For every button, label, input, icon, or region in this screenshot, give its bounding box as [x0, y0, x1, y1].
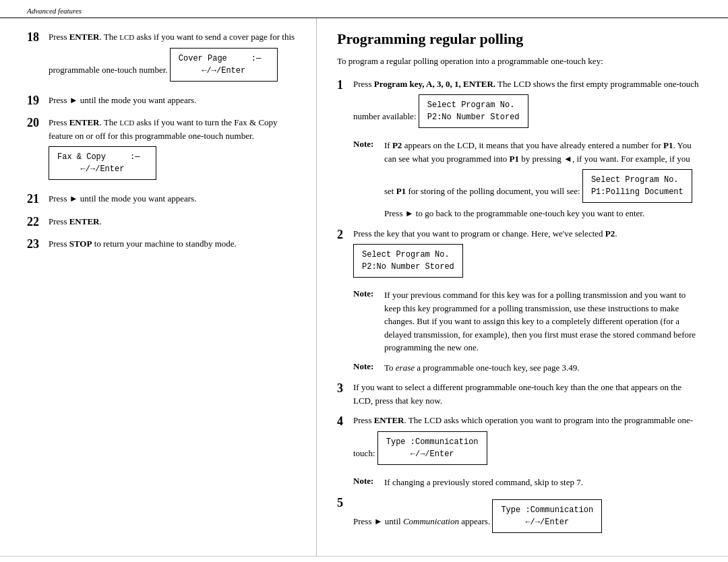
step-21-num: 21	[27, 192, 49, 207]
step-19: 19 Press ► until the mode you want appea…	[27, 94, 296, 108]
right-step-4: 4 Press ENTER. The LCD asks which operat…	[337, 414, 701, 469]
right-step-5-content: Press ► until Communication appears. Typ…	[353, 495, 701, 537]
note-1-text: If P2 appears on the LCD, it means that …	[384, 139, 701, 220]
right-step-2: 2 Press the key that you want to program…	[337, 227, 701, 282]
right-note-1: Note: If P2 appears on the LCD, it means…	[353, 139, 701, 220]
lcd-display-18: Cover Page :— ←/→/Enter	[170, 48, 278, 82]
lcd-r4-line1: Type :Communication	[386, 437, 479, 447]
lcd-r1a-line1: Select Program No.	[427, 100, 515, 110]
lcd-r1b-line2: P1:Polling Document	[591, 187, 684, 197]
step-21-text: Press ► until the mode you want appears.	[49, 192, 296, 206]
lcd-r2-line1: Select Program No.	[362, 250, 450, 259]
step-23-num: 23	[27, 237, 49, 252]
note-2-text: If your previous command for this key wa…	[384, 288, 701, 354]
lcd-display-r2: Select Program No. P2:No Number Stored	[353, 244, 463, 278]
program-key-1: Program key, A, 3, 0, 1, ENTER.	[374, 79, 495, 89]
right-step-2-num: 2	[337, 227, 353, 243]
note-4-label: Note:	[353, 476, 384, 487]
lcd-r1a-line2: P2:No Number Stored	[427, 113, 520, 122]
step-19-num: 19	[27, 94, 49, 108]
right-step-3: 3 If you want to select a different prog…	[337, 381, 701, 407]
step-21: 21 Press ► until the mode you want appea…	[27, 192, 296, 207]
note-erase-text: To erase a programmable one-touch key, s…	[384, 361, 701, 375]
right-step-5: 5 Press ► until Communication appears. T…	[337, 495, 701, 537]
header-label: Advanced features	[27, 7, 82, 15]
right-step-3-num: 3	[337, 381, 353, 396]
step-22-num: 22	[27, 215, 49, 230]
note-4-text: If changing a previously stored command,…	[384, 476, 701, 489]
step-22: 22 Press ENTER.	[27, 215, 296, 230]
enter-key-22: ENTER	[69, 216, 100, 226]
footer-bar: 3.40	[0, 556, 728, 562]
lcd-display-r1a: Select Program No. P2:No Number Stored	[419, 94, 528, 128]
lcd-line2-18: ←/→/Enter	[179, 65, 269, 77]
header-bar: Advanced features	[0, 0, 728, 18]
note-1-label: Note:	[353, 139, 384, 150]
lcd-abbr-r1: LCD	[514, 79, 531, 89]
right-step-1-num: 1	[337, 77, 353, 93]
right-column: Programming regular polling To program a…	[317, 18, 728, 556]
p2-ref: P2	[605, 228, 615, 239]
step-19-text: Press ► until the mode you want appears.	[49, 94, 296, 107]
lcd-r5-line1: Type :Communication	[501, 505, 593, 515]
lcd-line1-20: Fax & Copy :—	[57, 152, 140, 162]
lcd-display-r1b: Select Program No. P1:Polling Document	[582, 169, 692, 203]
step-18: 18 Press ENTER. The LCD asks if you want…	[27, 30, 296, 86]
stop-key-23: STOP	[69, 239, 92, 249]
lcd-abbr-20: LCD	[119, 119, 134, 127]
enter-key-18: ENTER	[69, 32, 100, 42]
step-20-num: 20	[27, 116, 49, 131]
right-step-5-num: 5	[337, 495, 353, 511]
lcd-r2-line2: P2:No Number Stored	[362, 262, 454, 272]
step-20-text: Press ENTER. The LCD asks if you want to…	[49, 116, 296, 184]
right-note-erase: Note: To erase a programmable one-touch …	[353, 361, 701, 375]
lcd-r1b-line1: Select Program No.	[591, 175, 679, 185]
step-23: 23 Press STOP to return your machine to …	[27, 237, 296, 252]
right-step-2-content: Press the key that you want to program o…	[353, 227, 701, 282]
left-column: 18 Press ENTER. The LCD asks if you want…	[0, 18, 317, 556]
section-title: Programming regular polling	[337, 30, 701, 48]
right-step-1-content: Press Program key, A, 3, 0, 1, ENTER. Th…	[353, 77, 701, 133]
content-area: 18 Press ENTER. The LCD asks if you want…	[0, 18, 728, 556]
step-20: 20 Press ENTER. The LCD asks if you want…	[27, 116, 296, 184]
step-22-text: Press ENTER.	[49, 215, 296, 228]
note-erase-label: Note:	[353, 361, 384, 372]
enter-key-20: ENTER	[69, 117, 100, 127]
enter-key-r4: ENTER	[374, 415, 404, 425]
lcd-r4-line2: ←/→/Enter	[386, 448, 479, 460]
step-18-text: Press ENTER. The LCD asks if you want to…	[49, 30, 296, 86]
note-2-label: Note:	[353, 288, 384, 299]
right-step-1: 1 Press Program key, A, 3, 0, 1, ENTER. …	[337, 77, 701, 133]
step-18-num: 18	[27, 30, 49, 45]
right-note-2: Note: If your previous command for this …	[353, 288, 701, 354]
lcd-line1-18: Cover Page :—	[179, 54, 261, 63]
right-step-3-content: If you want to select a different progra…	[353, 381, 701, 407]
right-step-4-content: Press ENTER. The LCD asks which operatio…	[353, 414, 701, 469]
right-step-4-num: 4	[337, 414, 353, 429]
lcd-display-r5: Type :Communication ←/→/Enter	[492, 499, 602, 533]
right-note-4: Note: If changing a previously stored co…	[353, 476, 701, 489]
lcd-display-r4: Type :Communication ←/→/Enter	[377, 431, 487, 465]
lcd-line2-20: ←/→/Enter	[57, 163, 148, 175]
page: Advanced features 18 Press ENTER. The LC…	[0, 0, 728, 562]
intro-text: To program a regular polling operation i…	[337, 55, 701, 68]
lcd-abbr-18: LCD	[119, 33, 134, 41]
lcd-display-20: Fax & Copy :— ←/→/Enter	[49, 146, 156, 180]
step-23-text: Press STOP to return your machine to sta…	[49, 237, 296, 251]
lcd-r5-line2: ←/→/Enter	[501, 516, 593, 528]
